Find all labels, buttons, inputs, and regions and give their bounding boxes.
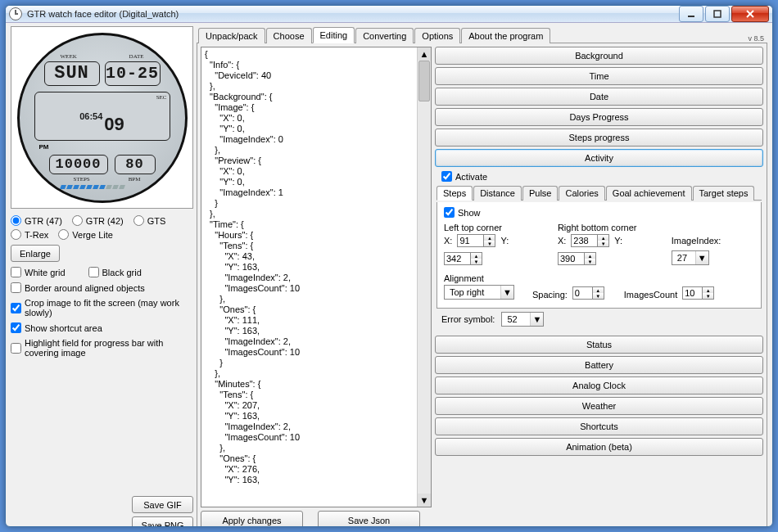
label-date: DATE xyxy=(129,53,144,60)
subtab-calories[interactable]: Calories xyxy=(559,186,604,201)
spin-lt-y[interactable]: ▲▼ xyxy=(444,252,482,265)
apply-changes-button[interactable]: Apply changes xyxy=(201,511,303,527)
tab-converting[interactable]: Converting xyxy=(355,28,414,43)
lcd-date: 10-25 xyxy=(105,61,161,86)
label-bpm: BPM xyxy=(129,176,141,183)
activity-panel: Activate Steps Distance Pulse Calories G… xyxy=(435,169,763,333)
spin-imagescount[interactable]: ▲▼ xyxy=(682,286,714,300)
acc-battery[interactable]: Battery xyxy=(435,356,763,374)
window-title: GTR watch face editor (Digital_watch) xyxy=(27,9,677,19)
check-shortcut[interactable]: Show shortcut area xyxy=(11,322,193,333)
save-json-button[interactable]: Save Json xyxy=(318,511,420,527)
spin-spacing[interactable]: ▲▼ xyxy=(572,286,604,300)
label-imagescount: ImagesCount xyxy=(624,290,677,300)
json-scrollbar[interactable]: ▲ ▼ xyxy=(417,47,431,507)
progress-bars xyxy=(61,185,124,189)
radio-verge[interactable]: Verge Lite xyxy=(58,229,113,240)
scroll-up-icon[interactable]: ▲ xyxy=(418,47,431,61)
check-highlight[interactable]: Highlight field for progress bar with co… xyxy=(11,338,193,358)
label-spacing: Spacing: xyxy=(532,290,568,300)
radio-gts[interactable]: GTS xyxy=(133,215,166,226)
watch-preview: WEEK DATE MON DAY SUN 10-25 06:5409 SEC … xyxy=(11,26,193,209)
scroll-down-icon[interactable]: ▼ xyxy=(418,494,431,507)
radio-gtr42[interactable]: GTR (42) xyxy=(72,215,124,226)
time-main: 06:54 xyxy=(79,111,102,121)
spin-lt-x[interactable]: ▲▼ xyxy=(457,234,495,247)
radio-trex[interactable]: T-Rex xyxy=(11,229,48,240)
label-sec: SEC xyxy=(156,94,167,101)
chevron-down-icon: ▼ xyxy=(695,251,708,264)
radio-gtr47[interactable]: GTR (47) xyxy=(11,215,62,226)
tab-unpack[interactable]: Unpack/pack xyxy=(198,28,265,43)
app-icon xyxy=(9,7,22,20)
tab-editing[interactable]: Editing xyxy=(313,27,355,43)
check-activate[interactable]: Activate xyxy=(441,171,762,182)
acc-steps-progress[interactable]: Steps progress xyxy=(435,128,763,147)
label-error-symbol: Error symbol: xyxy=(441,314,495,324)
save-gif-button[interactable]: Save GIF xyxy=(132,496,193,513)
label-steps: STEPS xyxy=(74,176,90,183)
subtab-pulse[interactable]: Pulse xyxy=(522,186,559,201)
acc-status[interactable]: Status xyxy=(435,336,763,354)
label-alignment: Alignment xyxy=(444,273,514,283)
acc-background[interactable]: Background xyxy=(435,47,763,65)
right-panel: Unpack/pack Choose Editing Converting Op… xyxy=(197,26,767,527)
save-png-button[interactable]: Save PNG xyxy=(132,516,193,527)
label-week: WEEK xyxy=(61,53,77,60)
chevron-down-icon: ▼ xyxy=(530,313,543,326)
close-button[interactable] xyxy=(731,6,769,22)
lcd-bpm: 80 xyxy=(115,155,156,174)
tab-choose[interactable]: Choose xyxy=(266,28,312,43)
minimize-button[interactable] xyxy=(679,6,703,22)
spin-rb-x[interactable]: ▲▼ xyxy=(571,234,609,247)
subtab-target[interactable]: Target steps xyxy=(693,186,755,201)
check-show[interactable]: Show xyxy=(444,207,754,218)
chevron-down-icon: ▼ xyxy=(500,286,513,299)
check-black-grid[interactable]: Black grid xyxy=(88,267,142,277)
combo-error-symbol[interactable]: 52▼ xyxy=(501,312,544,327)
check-border[interactable]: Border around aligned objects xyxy=(11,282,193,293)
check-crop[interactable]: Crop image to fit the screen (may work s… xyxy=(11,298,193,318)
label-right-bottom: Right bottom corner xyxy=(558,223,655,232)
activity-subtabs: Steps Distance Pulse Calories Goal achie… xyxy=(436,185,762,201)
titlebar: GTR watch face editor (Digital_watch) xyxy=(6,6,772,23)
lcd-week: SUN xyxy=(44,61,100,86)
json-editor[interactable]: { "Info": { "DeviceId": 40 }, "Backgroun… xyxy=(201,47,432,507)
left-panel: WEEK DATE MON DAY SUN 10-25 06:5409 SEC … xyxy=(11,26,193,527)
spin-rb-y[interactable]: ▲▼ xyxy=(558,252,596,265)
acc-days-progress[interactable]: Days Progress xyxy=(435,108,763,126)
enlarge-button[interactable]: Enlarge xyxy=(11,245,60,262)
acc-weather[interactable]: Weather xyxy=(435,397,763,415)
chevron-up-icon: ▲ xyxy=(484,235,495,241)
label-pm: PM xyxy=(39,143,49,151)
tab-about[interactable]: About the program xyxy=(461,28,550,43)
editing-body: { "Info": { "DeviceId": 40 }, "Backgroun… xyxy=(197,43,767,527)
time-sec: 09 xyxy=(104,114,124,135)
main-tabs: Unpack/pack Choose Editing Converting Op… xyxy=(197,26,767,43)
subtab-distance[interactable]: Distance xyxy=(473,186,522,201)
scroll-thumb[interactable] xyxy=(418,61,430,101)
label-imageindex: ImageIndex: xyxy=(672,236,721,246)
steps-panel: Show Left top corner X: ▲▼ Y: ▲▼ xyxy=(436,202,762,309)
label-left-top: Left top corner xyxy=(444,223,541,232)
maximize-button[interactable] xyxy=(705,6,730,22)
version-label: v 8.5 xyxy=(748,34,767,43)
acc-time[interactable]: Time xyxy=(435,67,763,85)
acc-date[interactable]: Date xyxy=(435,88,763,106)
chevron-down-icon: ▼ xyxy=(484,241,495,246)
acc-activity[interactable]: Activity xyxy=(435,149,763,167)
combo-alignment[interactable]: Top right▼ xyxy=(444,285,514,300)
check-white-grid[interactable]: White grid xyxy=(11,267,66,277)
subtab-goal[interactable]: Goal achievement xyxy=(606,186,692,201)
combo-imageindex[interactable]: 27▼ xyxy=(672,250,709,265)
acc-shortcuts[interactable]: Shortcuts xyxy=(435,417,763,435)
accordion: Background Time Date Days Progress Steps… xyxy=(435,47,763,527)
acc-animation[interactable]: Animation (beta) xyxy=(435,438,763,456)
svg-rect-1 xyxy=(714,11,721,17)
device-radios: GTR (47) GTR (42) GTS T-Rex Verge Lite xyxy=(11,215,193,240)
acc-analog-clock[interactable]: Analog Clock xyxy=(435,376,763,394)
subtab-steps[interactable]: Steps xyxy=(436,186,473,201)
watch-face: WEEK DATE MON DAY SUN 10-25 06:5409 SEC … xyxy=(17,33,188,203)
tab-options[interactable]: Options xyxy=(414,28,460,43)
app-window: GTR watch face editor (Digital_watch) WE… xyxy=(5,5,773,527)
